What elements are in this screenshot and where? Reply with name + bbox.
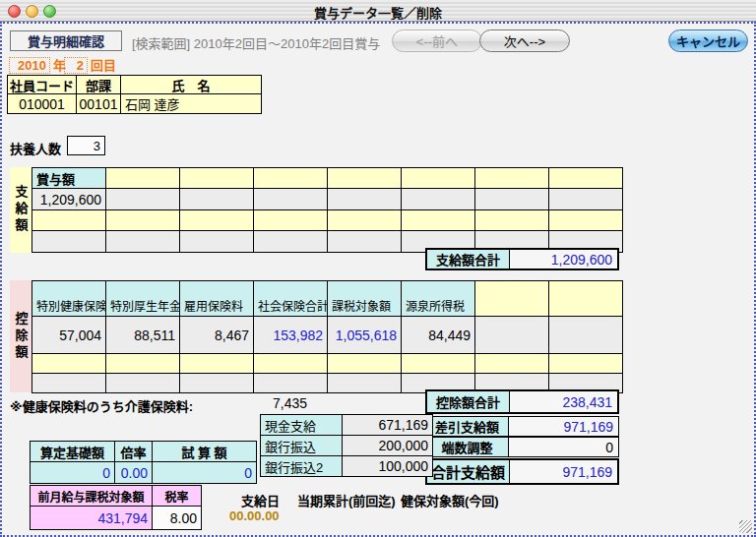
search-range-label: [検索範囲] 2010年2回目～2010年2回目賞与	[132, 33, 380, 52]
bank1-value[interactable]: 200,000	[343, 436, 433, 456]
payment-col-bonus: 賞与額	[32, 168, 106, 189]
cash-table: 現金支給 671,169 銀行振込 200,000 銀行振込2 100,000	[260, 414, 433, 477]
round-field[interactable]: 2	[64, 57, 88, 74]
trial-table: 算定基礎額 倍率 試 算 額 0 0.00 0	[30, 441, 257, 484]
cancel-button[interactable]: キャンセル	[668, 30, 748, 52]
net-pay-label: 差引支給額	[426, 417, 509, 436]
rounding-box: 端数調整 0	[425, 437, 619, 457]
cumulative-label: 当期累計(前回迄)	[297, 491, 396, 509]
deduction-employment-value[interactable]: 8,467	[180, 317, 254, 354]
care-insurance-label: ※健康保険料のうち介護保険料:	[10, 396, 193, 415]
bank2-value[interactable]: 100,000	[343, 456, 433, 477]
trial-rate-value[interactable]: 0.00	[115, 462, 153, 484]
pay-date-value: 00.00.00	[229, 508, 280, 523]
deduction-total-label: 控除額合計	[427, 391, 510, 412]
employee-name[interactable]: 石岡 達彦	[121, 94, 262, 114]
trial-col-rate: 倍率	[115, 442, 153, 462]
total-pay-label: 合計支給額	[427, 460, 510, 483]
deduction-col-employment: 雇用保険料	[180, 281, 254, 317]
trial-col-base: 算定基礎額	[31, 442, 115, 462]
payment-bonus-amount[interactable]: 1,209,600	[32, 189, 106, 210]
trial-col-amount: 試 算 額	[153, 442, 257, 462]
round-suffix-label: 回目	[91, 57, 116, 74]
deduction-total-box: 控除額合計 238,431	[425, 389, 619, 414]
care-insurance-value: 7,435	[238, 395, 307, 411]
prev-month-amount[interactable]: 431,794	[31, 507, 153, 530]
employee-col-code: 社員コード	[8, 76, 77, 94]
employee-code[interactable]: 010001	[8, 94, 77, 114]
net-pay-box: 差引支給額 971,169	[425, 416, 619, 437]
net-pay-value: 971,169	[509, 417, 618, 436]
window-title: 賞与データ一覧／削除	[0, 3, 756, 22]
prev-month-col-amount: 前月給与課税対象額	[31, 486, 153, 507]
mode-label: 賞与明細確認	[10, 30, 122, 51]
cash-value[interactable]: 671,169	[343, 415, 433, 436]
employee-table: 社員コード 部課 氏 名 010001 00101 石岡 達彦	[7, 75, 262, 114]
prev-button[interactable]: <--前へ	[392, 30, 482, 52]
deduction-col-social-total: 社会保険合計	[254, 281, 328, 317]
payment-total-box: 支給額合計 1,209,600	[425, 248, 619, 270]
bank2-label: 銀行振込2	[261, 456, 343, 477]
payment-total-label: 支給額合計	[427, 250, 510, 268]
total-pay-box: 合計支給額 971,169	[425, 458, 619, 485]
pay-date-label: 支給日	[241, 491, 280, 509]
window-content: 賞与明細確認 [検索範囲] 2010年2回目～2010年2回目賞与 <--前へ …	[0, 22, 756, 537]
payment-side-label: 支給額	[10, 167, 32, 253]
payment-table: 賞与額 1,209,600	[32, 167, 623, 253]
trial-amount-value: 0	[153, 462, 257, 484]
bank1-label: 銀行振込	[261, 436, 343, 456]
employee-col-name: 氏 名	[121, 76, 262, 94]
health-target-label: 健保対象額(今回)	[401, 491, 499, 509]
deduction-pension-value[interactable]: 88,511	[106, 317, 180, 354]
trial-base-value[interactable]: 0	[31, 462, 115, 484]
deduction-table: 特別健康保険 特別厚生年金 雇用保険料 社会保険合計 課税対象額 源泉所得税 5…	[32, 280, 623, 393]
deduction-social-total-value: 153,982	[254, 317, 328, 354]
rounding-label: 端数調整	[426, 438, 509, 456]
dependents-label: 扶養人数	[10, 139, 61, 157]
payment-total-value: 1,209,600	[510, 250, 617, 268]
deduction-health-value[interactable]: 57,004	[32, 317, 106, 354]
deduction-withholding-value[interactable]: 84,449	[402, 317, 475, 354]
dependents-field[interactable]: 3	[67, 136, 105, 155]
employee-col-dept: 部課	[77, 76, 121, 94]
next-button[interactable]: 次へ-->	[479, 30, 570, 52]
deduction-taxable-value: 1,055,618	[328, 317, 402, 354]
deduction-col-health: 特別健康保険	[32, 281, 106, 317]
app-window: 賞与データ一覧／削除 賞与明細確認 [検索範囲] 2010年2回目～2010年2…	[0, 0, 756, 537]
resize-grip[interactable]	[739, 520, 752, 533]
prev-month-table: 前月給与課税対象額 税率 431,794 8.00	[30, 485, 202, 530]
year-field[interactable]: 2010	[9, 57, 50, 74]
employee-dept[interactable]: 00101	[77, 94, 121, 114]
title-bar: 賞与データ一覧／削除	[0, 0, 756, 22]
deduction-total-value: 238,431	[510, 391, 617, 412]
deduction-side-label: 控除額	[10, 280, 32, 392]
deduction-col-withholding: 源泉所得税	[402, 281, 475, 317]
deduction-col-taxable: 課税対象額	[328, 281, 402, 317]
prev-month-col-rate: 税率	[153, 486, 202, 507]
deduction-col-pension: 特別厚生年金	[106, 281, 180, 317]
rounding-value[interactable]: 0	[509, 438, 618, 456]
total-pay-value: 971,169	[510, 460, 617, 483]
cash-label: 現金支給	[261, 415, 343, 436]
prev-month-rate[interactable]: 8.00	[153, 507, 202, 530]
